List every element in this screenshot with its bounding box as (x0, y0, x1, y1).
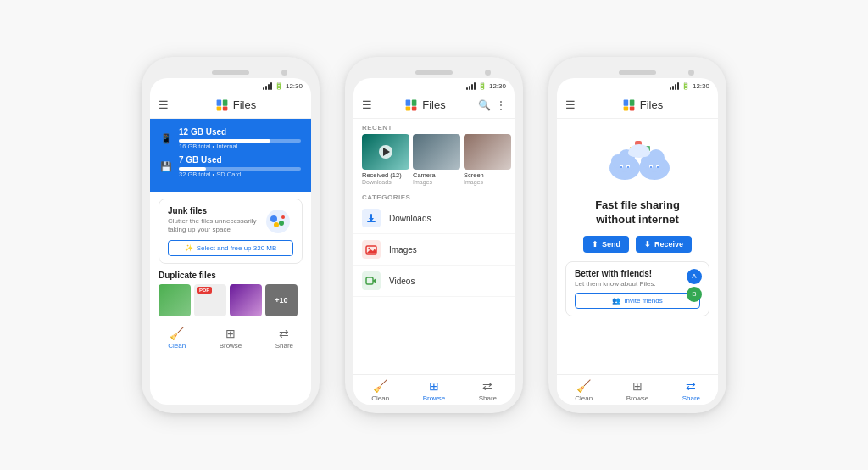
speaker-1 (212, 70, 249, 75)
storage-label-sd: 7 GB Used (179, 155, 301, 165)
signal-bar-2 (265, 86, 267, 90)
duplicate-section: Duplicate files PDF +10 (150, 271, 311, 322)
nav-share-2[interactable]: ⇄ Share (461, 379, 515, 402)
svg-point-32 (627, 166, 629, 168)
share-illustration (565, 126, 709, 199)
recent-item-sub-screen: Images (464, 179, 511, 185)
files-logo-3 (622, 98, 636, 112)
signal-icon-3 (670, 82, 679, 90)
svg-rect-21 (623, 99, 628, 105)
svg-rect-22 (630, 99, 635, 105)
storage-sub-internal: 16 GB total • Internal (179, 143, 301, 150)
recent-thumb-screen (464, 134, 511, 170)
svg-point-40 (657, 166, 659, 168)
svg-point-36 (648, 149, 665, 166)
app-title-3: Files (640, 98, 663, 111)
more-icon-2[interactable]: ⋮ (496, 99, 506, 111)
svg-rect-23 (623, 106, 628, 110)
camera-1 (281, 70, 287, 76)
signal-bar-4 (270, 82, 272, 90)
signal-bar-1 (263, 87, 264, 90)
s2-b2 (469, 86, 470, 90)
svg-point-8 (281, 215, 285, 219)
storage-sub-sd: 32 GB total • SD Card (179, 171, 301, 178)
app-bar-2: ☰ Files 🔍 ⋮ (353, 92, 515, 119)
pdf-badge-1: PDF (197, 287, 212, 294)
storage-info-sd: 7 GB Used 32 GB total • SD Card (179, 155, 301, 178)
battery-icon-3: 🔋 (682, 82, 690, 90)
nav-share-1[interactable]: ⇄ Share (258, 327, 311, 350)
svg-point-17 (368, 248, 370, 249)
sparkle-icon: ✨ (185, 244, 193, 252)
files-logo-1 (215, 98, 229, 112)
cat-item-downloads[interactable]: Downloads (353, 203, 515, 234)
svg-point-4 (266, 210, 290, 233)
s2-b1 (466, 87, 468, 90)
notch-bar-1 (150, 65, 311, 78)
svg-rect-0 (216, 99, 221, 105)
screen-3: 🔋 12:30 ☰ Files (557, 78, 718, 405)
images-icon (362, 240, 381, 259)
appbar-actions-2: 🔍 ⋮ (478, 99, 506, 111)
dup-thumb-more: +10 (265, 284, 298, 316)
search-icon-2[interactable]: 🔍 (478, 99, 491, 111)
status-time-2: 12:30 (489, 82, 506, 90)
storage-info-internal: 12 GB Used 16 GB total • Internal (179, 127, 301, 150)
nav-browse-1[interactable]: ⊞ Browse (203, 327, 257, 350)
storage-item-sd: 💾 7 GB Used 32 GB total • SD Card (160, 155, 301, 178)
signal-icon-2 (466, 82, 476, 90)
app-bar-1: ☰ Files (150, 92, 311, 119)
svg-point-45 (628, 148, 640, 157)
battery-icon-2: 🔋 (478, 82, 487, 90)
svg-rect-10 (412, 99, 417, 105)
junk-icon-area (263, 206, 293, 237)
svg-point-5 (270, 215, 277, 222)
hamburger-icon-2[interactable]: ☰ (362, 98, 372, 111)
phone-browse: 🔋 12:30 ☰ Files 🔍 ⋮ (345, 57, 523, 413)
screen-2: 🔋 12:30 ☰ Files 🔍 ⋮ (353, 78, 515, 405)
select-free-button[interactable]: ✨ Select and free up 320 MB (168, 240, 293, 256)
nav-browse-label-2: Browse (423, 394, 446, 402)
svg-rect-2 (216, 106, 221, 110)
notch-bar-2 (353, 65, 515, 78)
invite-label: Invite friends (624, 297, 662, 305)
s3-b3 (675, 84, 676, 90)
app-bar-title-3: Files (576, 98, 709, 112)
dup-thumb-2: PDF (194, 284, 226, 316)
cat-item-videos[interactable]: Videos (353, 266, 515, 297)
phone-clean: 🔋 12:30 ☰ Files 📱 (142, 57, 320, 413)
invite-icon: 👥 (612, 297, 620, 305)
nav-clean-1[interactable]: 🧹 Clean (150, 327, 203, 350)
nav-browse-label-1: Browse (220, 342, 242, 350)
nav-clean-3[interactable]: 🧹 Clean (557, 379, 610, 402)
phone-share: 🔋 12:30 ☰ Files (548, 57, 726, 413)
hamburger-icon-1[interactable]: ☰ (159, 98, 169, 111)
s2-b3 (471, 84, 473, 90)
hamburger-icon-3[interactable]: ☰ (565, 98, 576, 111)
share-icon-3: ⇄ (686, 379, 696, 393)
recent-item-received[interactable]: Received (12) Downloads (362, 134, 409, 185)
nav-clean-label-1: Clean (168, 342, 186, 350)
nav-share-3[interactable]: ⇄ Share (665, 379, 718, 402)
nav-browse-3[interactable]: ⊞ Browse (610, 379, 664, 402)
s3-b1 (670, 87, 671, 90)
recent-item-label-camera: Camera (413, 171, 460, 179)
receive-button[interactable]: ⬇ Receive (636, 236, 692, 253)
nav-clean-2[interactable]: 🧹 Clean (353, 379, 407, 402)
status-time-3: 12:30 (693, 82, 709, 90)
s2-b4 (474, 82, 476, 90)
camera-3 (688, 70, 694, 76)
invite-friends-button[interactable]: 👥 Invite friends (575, 293, 700, 309)
bottom-nav-2: 🧹 Clean ⊞ Browse ⇄ Share (353, 374, 515, 405)
cat-item-images[interactable]: Images (353, 234, 515, 266)
avatar-2: B (687, 287, 702, 302)
s3-b2 (672, 86, 674, 90)
nav-browse-label-3: Browse (626, 394, 649, 402)
recent-item-screen[interactable]: Screen Images (464, 134, 511, 185)
send-button[interactable]: ⬆ Send (583, 236, 629, 253)
nav-browse-2[interactable]: ⊞ Browse (407, 379, 460, 402)
recent-item-camera[interactable]: Camera Images (413, 134, 460, 185)
svg-point-46 (638, 148, 650, 157)
browse-icon-3: ⊞ (632, 379, 643, 393)
status-bar-3: 🔋 12:30 (557, 78, 718, 92)
